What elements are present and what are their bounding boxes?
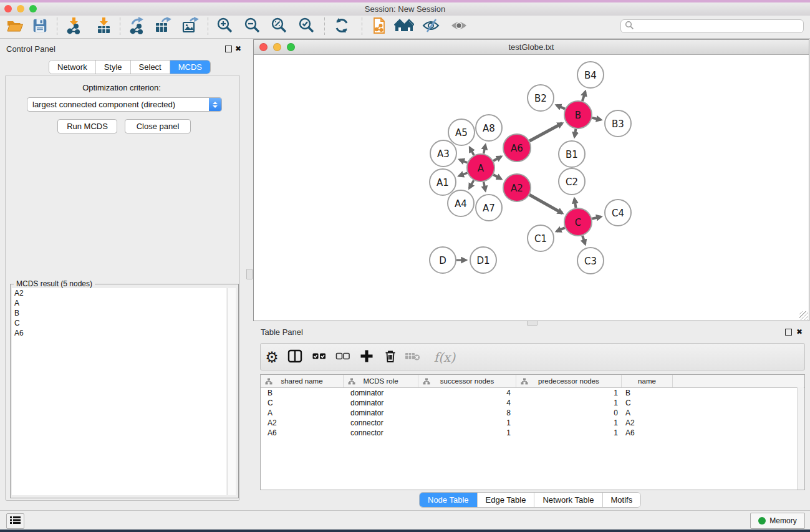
graph-edge-C-C4[interactable] bbox=[592, 216, 600, 218]
graph-node-A3[interactable]: A3 bbox=[430, 140, 456, 167]
graph-node-B4[interactable]: B4 bbox=[577, 62, 604, 88]
graph-node-B3[interactable]: B3 bbox=[605, 110, 631, 137]
graph-edge-C-C3[interactable] bbox=[582, 236, 585, 244]
window-resize-grip[interactable] bbox=[799, 311, 808, 320]
function-builder-button[interactable]: f(x) bbox=[430, 348, 459, 367]
tab-network-table[interactable]: Network Table bbox=[534, 493, 602, 507]
search-input[interactable] bbox=[634, 21, 793, 31]
run-mcds-button[interactable]: Run MCDS bbox=[57, 119, 117, 133]
graph-node-A1[interactable]: A1 bbox=[430, 169, 456, 195]
criterion-dropdown[interactable]: largest connected component (directed) bbox=[27, 97, 222, 112]
show-graphics-details-button[interactable] bbox=[448, 17, 470, 37]
delete-column-button[interactable] bbox=[380, 348, 401, 367]
graph-node-C4[interactable]: C4 bbox=[605, 200, 631, 226]
open-file-button[interactable] bbox=[4, 17, 26, 37]
graph-node-B1[interactable]: B1 bbox=[559, 141, 585, 167]
export-image-button[interactable] bbox=[179, 17, 201, 37]
select-all-button[interactable] bbox=[309, 348, 330, 367]
result-scrollbar[interactable] bbox=[227, 288, 236, 495]
close-table-panel-icon[interactable]: ✖ bbox=[796, 329, 803, 336]
import-table-button[interactable] bbox=[92, 17, 115, 37]
float-panel-icon[interactable] bbox=[225, 46, 232, 52]
column-header-name[interactable]: name bbox=[622, 375, 673, 387]
minimize-network-window-button[interactable] bbox=[273, 43, 281, 51]
graph-edge-A6-B[interactable] bbox=[529, 123, 562, 141]
graph-node-B2[interactable]: B2 bbox=[528, 85, 554, 111]
create-column-button[interactable] bbox=[356, 348, 377, 367]
export-table-button[interactable] bbox=[152, 17, 174, 37]
graph-node-A2[interactable]: A2 bbox=[503, 174, 531, 201]
column-header-shared-name[interactable]: shared name bbox=[261, 375, 344, 387]
column-header-successor-nodes[interactable]: successor nodes bbox=[418, 375, 516, 387]
graph-edge-B-B3[interactable] bbox=[592, 118, 600, 120]
zoom-network-window-button[interactable] bbox=[287, 43, 295, 51]
graph-node-C[interactable]: C bbox=[564, 208, 592, 236]
table-settings-button[interactable]: ⚙ bbox=[261, 348, 282, 367]
table-scrollbar[interactable] bbox=[797, 387, 804, 490]
column-header-mcds-role[interactable]: MCDS role bbox=[344, 375, 418, 387]
table-row[interactable]: A2connector11A2 bbox=[261, 418, 804, 428]
task-history-button[interactable] bbox=[6, 513, 24, 529]
import-network-button[interactable] bbox=[62, 17, 85, 37]
graph-edge-A-A6[interactable] bbox=[493, 157, 501, 161]
graph-node-C3[interactable]: C3 bbox=[577, 248, 604, 274]
graph-node-C2[interactable]: C2 bbox=[559, 168, 585, 195]
graph-edge-B-B1[interactable] bbox=[574, 129, 576, 137]
deselect-all-button[interactable] bbox=[332, 348, 354, 367]
delete-table-button[interactable] bbox=[402, 348, 423, 367]
zoom-selected-button[interactable] bbox=[296, 17, 318, 37]
vertical-splitter-handle[interactable] bbox=[246, 269, 253, 279]
close-window-button[interactable] bbox=[4, 5, 12, 12]
graph-node-D[interactable]: D bbox=[430, 247, 456, 273]
minimize-window-button[interactable] bbox=[17, 5, 24, 12]
export-network-button[interactable] bbox=[125, 17, 148, 37]
result-list-item[interactable]: C bbox=[12, 318, 226, 328]
zoom-fit-button[interactable] bbox=[268, 17, 291, 37]
zoom-window-button[interactable] bbox=[29, 5, 37, 12]
table-row[interactable]: Bdominator41B bbox=[261, 388, 804, 398]
graph-node-C1[interactable]: C1 bbox=[528, 225, 554, 251]
tab-edge-table[interactable]: Edge Table bbox=[478, 493, 535, 507]
graph-node-B[interactable]: B bbox=[564, 101, 592, 128]
network-canvas[interactable]: B4B2BB3A8A5A6A3B1AA1C2A2A4A7C4CC1C3DD1 bbox=[254, 55, 809, 321]
result-list-item[interactable]: A bbox=[12, 298, 226, 308]
graph-node-A7[interactable]: A7 bbox=[476, 195, 502, 221]
graph-edge-A-A4[interactable] bbox=[470, 180, 474, 188]
hide-graphics-details-button[interactable] bbox=[420, 17, 442, 37]
graph-edge-C-C2[interactable] bbox=[574, 199, 576, 208]
graph-edge-A-A7[interactable] bbox=[484, 182, 486, 191]
zoom-out-button[interactable] bbox=[241, 17, 264, 37]
result-list-item[interactable]: A6 bbox=[12, 328, 226, 338]
graph-edge-B-B2[interactable] bbox=[557, 105, 565, 109]
table-row[interactable]: Adominator80A bbox=[261, 408, 804, 418]
graph-node-D1[interactable]: D1 bbox=[470, 247, 496, 273]
new-network-button[interactable] bbox=[368, 17, 390, 37]
column-header-predecessor-nodes[interactable]: predecessor nodes bbox=[516, 375, 622, 387]
show-columns-button[interactable] bbox=[284, 348, 306, 367]
graph-edge-A2-C[interactable] bbox=[529, 195, 562, 213]
graph-edge-C-C1[interactable] bbox=[557, 228, 565, 231]
graph-node-A6[interactable]: A6 bbox=[503, 134, 531, 162]
graph-node-A8[interactable]: A8 bbox=[476, 115, 502, 141]
graph-edge-A-A1[interactable] bbox=[459, 173, 467, 176]
tab-network[interactable]: Network bbox=[49, 60, 96, 74]
save-session-button[interactable] bbox=[29, 17, 51, 37]
home-button[interactable] bbox=[393, 17, 415, 37]
apply-layout-button[interactable] bbox=[330, 17, 353, 37]
result-list-item[interactable]: B bbox=[12, 308, 226, 318]
result-list-item[interactable]: A2 bbox=[12, 288, 226, 298]
tab-motifs[interactable]: Motifs bbox=[603, 493, 641, 507]
close-network-window-button[interactable] bbox=[259, 43, 268, 51]
graph-edge-A-A3[interactable] bbox=[460, 160, 467, 163]
tab-style[interactable]: Style bbox=[96, 60, 131, 74]
graph-edge-B-B4[interactable] bbox=[582, 92, 586, 101]
graph-node-A5[interactable]: A5 bbox=[448, 119, 475, 145]
tab-node-table[interactable]: Node Table bbox=[420, 493, 478, 507]
table-row[interactable]: Cdominator41C bbox=[261, 398, 804, 408]
graph-edge-A-A8[interactable] bbox=[484, 145, 486, 153]
tab-select[interactable]: Select bbox=[131, 60, 170, 74]
graph-edge-A-A2[interactable] bbox=[493, 175, 501, 179]
close-panel-icon[interactable]: ✖ bbox=[235, 46, 242, 52]
graph-node-A4[interactable]: A4 bbox=[448, 190, 474, 216]
zoom-in-button[interactable] bbox=[214, 17, 236, 37]
